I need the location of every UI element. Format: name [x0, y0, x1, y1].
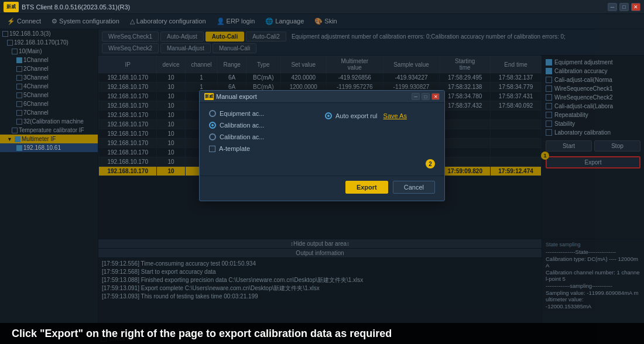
- radio-auto-export-icon: [325, 112, 332, 119]
- bottom-caption: Click "Export" on the right of the page …: [0, 323, 644, 344]
- modal-overlay: 新威 Manual export ─ □ ✕ Equipment ac...: [0, 14, 644, 344]
- radio-cal-acc-label: Calibration ac...: [220, 122, 264, 129]
- radio-equip-icon: [209, 110, 216, 117]
- titlebar: 新威 BTS Client 8.0.0.516(2023.05.31)(R3) …: [0, 0, 644, 14]
- modal-title: Manual export: [216, 93, 409, 100]
- cb-template-label: A-template: [219, 145, 250, 152]
- modal-titlebar: 新威 Manual export ─ □ ✕: [200, 91, 444, 103]
- minimize-button[interactable]: ─: [608, 3, 617, 11]
- restore-button[interactable]: □: [619, 3, 629, 11]
- modal-close-btn[interactable]: ✕: [431, 93, 440, 100]
- modal-restore-btn[interactable]: □: [422, 93, 430, 100]
- modal-radio-cal-adj[interactable]: Calibration ac...: [209, 133, 319, 140]
- radio-equip-label: Equipment ac...: [220, 110, 264, 117]
- modal-cancel-button[interactable]: Cancel: [393, 181, 435, 194]
- radio-cal-adj-label: Calibration ac...: [220, 133, 264, 140]
- modal-logo: 新威: [204, 93, 214, 100]
- modal-radio-auto-export[interactable]: Auto export rul Save As: [325, 112, 435, 119]
- modal-rows-wrapper: Equipment ac... Calibration ac... Calibr…: [209, 110, 435, 152]
- radio-auto-export-label: Auto export rul: [335, 112, 378, 119]
- modal-footer: Export Cancel: [200, 176, 444, 201]
- app-title: BTS Client 8.0.0.516(2023.05.31)(R3): [22, 4, 608, 11]
- save-as-link[interactable]: Save As: [383, 112, 407, 119]
- modal-radio-equip[interactable]: Equipment ac...: [209, 110, 319, 117]
- close-button[interactable]: ✕: [631, 3, 640, 11]
- modal-body: Equipment ac... Calibration ac... Calibr…: [200, 103, 444, 176]
- modal-radio-cal-acc[interactable]: Calibration ac...: [209, 122, 319, 129]
- modal-export-button[interactable]: Export: [345, 181, 388, 194]
- app-logo: 新威: [4, 2, 19, 12]
- modal-minimize-btn[interactable]: ─: [412, 93, 420, 100]
- modal-badge: 2: [426, 159, 435, 168]
- cb-template-icon: [209, 146, 215, 152]
- radio-cal-adj-icon: [209, 133, 216, 140]
- radio-cal-acc-icon: [209, 122, 216, 129]
- manual-export-modal: 新威 Manual export ─ □ ✕ Equipment ac...: [199, 90, 445, 201]
- modal-checkbox-template[interactable]: A-template: [209, 145, 319, 152]
